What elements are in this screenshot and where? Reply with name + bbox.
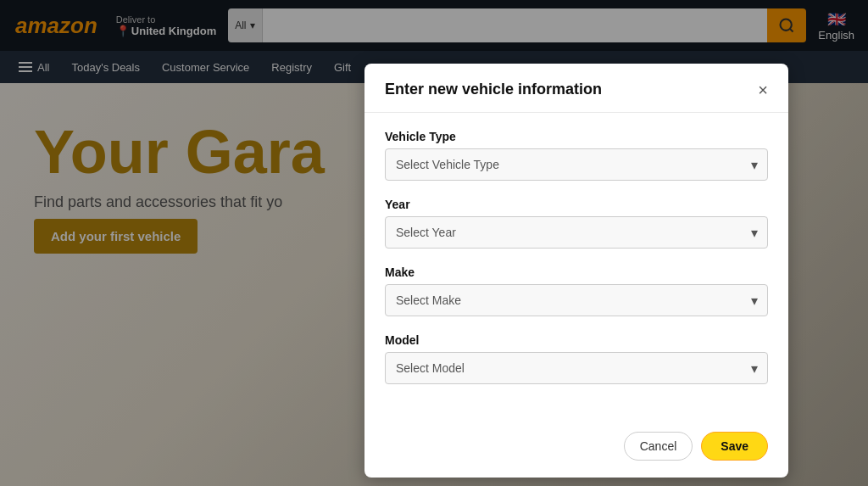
year-group: Year Select Year — [385, 198, 768, 249]
modal-body: Vehicle Type Select Vehicle Type Year Se… — [364, 113, 788, 418]
vehicle-type-label: Vehicle Type — [385, 130, 768, 143]
modal-header: Enter new vehicle information × — [364, 64, 788, 113]
model-select[interactable]: Select Model — [385, 352, 768, 384]
save-button[interactable]: Save — [701, 432, 768, 461]
cancel-button[interactable]: Cancel — [624, 432, 693, 461]
vehicle-type-select[interactable]: Select Vehicle Type — [385, 148, 768, 181]
vehicle-modal: Enter new vehicle information × Vehicle … — [364, 64, 788, 478]
make-select-wrapper: Select Make — [385, 284, 768, 316]
modal-title: Enter new vehicle information — [385, 81, 602, 98]
make-group: Make Select Make — [385, 265, 768, 316]
year-select[interactable]: Select Year — [385, 216, 768, 249]
modal-close-button[interactable]: × — [758, 81, 768, 98]
year-label: Year — [385, 198, 768, 211]
make-label: Make — [385, 265, 768, 279]
make-select[interactable]: Select Make — [385, 284, 768, 316]
vehicle-type-select-wrapper: Select Vehicle Type — [385, 148, 768, 181]
model-label: Model — [385, 333, 768, 347]
model-group: Model Select Model — [385, 333, 768, 384]
modal-footer: Cancel Save — [364, 418, 788, 478]
year-select-wrapper: Select Year — [385, 216, 768, 249]
vehicle-type-group: Vehicle Type Select Vehicle Type — [385, 130, 768, 181]
model-select-wrapper: Select Model — [385, 352, 768, 384]
modal-overlay: Enter new vehicle information × Vehicle … — [0, 0, 868, 486]
